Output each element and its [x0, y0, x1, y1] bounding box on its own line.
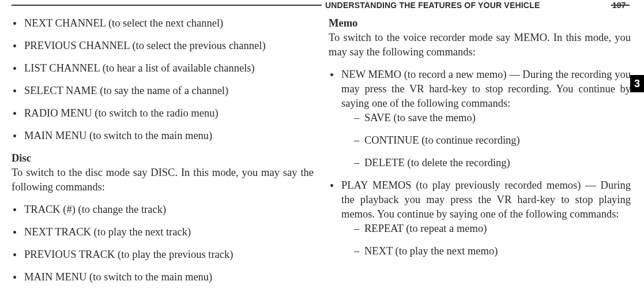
list-item: NEXT CHANNEL (to select the next channel…	[12, 16, 314, 31]
header-rule-right	[611, 5, 630, 6]
right-column: Memo To switch to the voice recorder mod…	[329, 16, 631, 292]
list-item: MAIN MENU (to switch to the main menu)	[12, 129, 314, 143]
list-item: TRACK (#) (to change the track)	[12, 202, 314, 217]
list-item: MAIN MENU (to switch to the main menu)	[12, 270, 314, 284]
disc-title: Disc	[12, 152, 31, 164]
memo-sub-list: REPEAT (to repeat a memo) NEXT (to play …	[341, 222, 631, 258]
memo-intro: To switch to the voice recorder mode say…	[329, 32, 631, 58]
list-item: LIST CHANNEL (to hear a list of availabl…	[12, 61, 314, 76]
list-item: NEW MEMO (to record a new memo) — During…	[329, 68, 631, 170]
disc-command-list: TRACK (#) (to change the track) NEXT TRA…	[12, 202, 314, 284]
list-item: PREVIOUS TRACK (to play the previous tra…	[12, 247, 314, 262]
page-content: NEXT CHANNEL (to select the next channel…	[12, 16, 632, 292]
sub-list-item: NEXT (to play the next memo)	[341, 244, 631, 258]
memo-title: Memo	[329, 17, 357, 29]
disc-intro: To switch to the disc mode say DISC. In …	[12, 167, 314, 193]
list-item: PLAY MEMOS (to play previously recorded …	[329, 178, 631, 258]
sub-list-item: REPEAT (to repeat a memo)	[341, 222, 631, 236]
memo-item-text: PLAY MEMOS (to play previously recorded …	[341, 179, 631, 220]
sub-list-item: SAVE (to save the memo)	[341, 111, 631, 125]
memo-command-list: NEW MEMO (to record a new memo) — During…	[329, 68, 631, 258]
radio-command-list: NEXT CHANNEL (to select the next channel…	[12, 16, 314, 143]
memo-sub-list: SAVE (to save the memo) CONTINUE (to con…	[341, 111, 631, 170]
disc-section: Disc To switch to the disc mode say DISC…	[12, 151, 314, 194]
memo-item-text: NEW MEMO (to record a new memo) — During…	[341, 69, 631, 109]
header-rule-left	[12, 5, 322, 6]
header-title: UNDERSTANDING THE FEATURES OF YOUR VEHIC…	[325, 0, 540, 11]
list-item: RADIO MENU (to switch to the radio menu)	[12, 106, 314, 121]
sub-list-item: DELETE (to delete the recording)	[341, 156, 631, 170]
memo-section: Memo To switch to the voice recorder mod…	[329, 16, 631, 59]
list-item: NEXT TRACK (to play the next track)	[12, 225, 314, 239]
list-item: PREVIOUS CHANNEL (to select the previous…	[12, 39, 314, 53]
left-column: NEXT CHANNEL (to select the next channel…	[12, 16, 314, 292]
sub-list-item: CONTINUE (to continue recording)	[341, 133, 631, 148]
list-item: SELECT NAME (to say the name of a channe…	[12, 84, 314, 98]
